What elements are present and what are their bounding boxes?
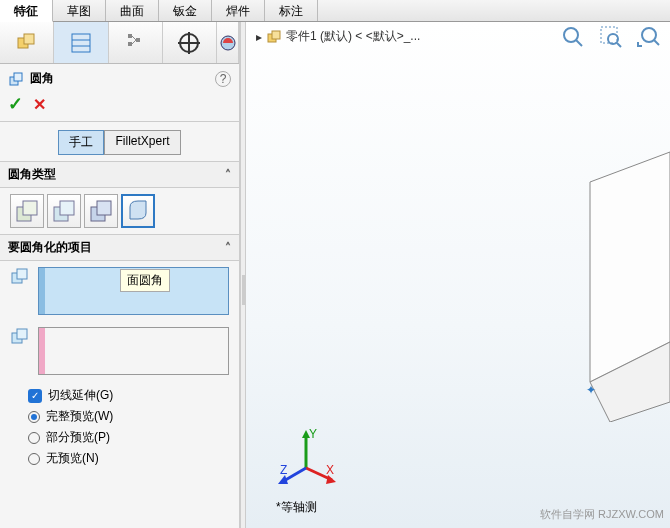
triad-icon: Y X Z bbox=[276, 428, 336, 488]
tab-feature[interactable]: 特征 bbox=[0, 0, 53, 22]
svg-point-33 bbox=[642, 28, 656, 42]
fillet-icon bbox=[8, 71, 24, 87]
svg-rect-23 bbox=[17, 269, 27, 279]
option-label: 完整预览(W) bbox=[46, 408, 113, 425]
help-icon[interactable]: ? bbox=[215, 71, 231, 87]
svg-text:Z: Z bbox=[280, 463, 287, 477]
svg-text:X: X bbox=[326, 463, 334, 477]
section-label: 要圆角化的项目 bbox=[8, 239, 92, 256]
separator bbox=[0, 121, 239, 122]
tab-surface[interactable]: 曲面 bbox=[106, 0, 159, 21]
property-panel: 圆角 ? ✓ ✕ 手工 FilletXpert 圆角类型 ˄ 面圆角 要圆角化的… bbox=[0, 22, 240, 528]
section-items[interactable]: 要圆角化的项目 ˄ bbox=[0, 234, 239, 261]
main-tabstrip: 特征 草图 曲面 钣金 焊件 标注 bbox=[0, 0, 670, 22]
face-set-icon bbox=[10, 267, 30, 287]
confirm-row: ✓ ✕ bbox=[0, 93, 239, 119]
fillet-type-variable[interactable] bbox=[47, 194, 81, 228]
section-label: 圆角类型 bbox=[8, 166, 56, 183]
feature-title-bar: 圆角 ? bbox=[0, 64, 239, 93]
prev-view-icon[interactable] bbox=[636, 24, 662, 50]
chevron-up-icon[interactable]: ˄ bbox=[225, 168, 231, 182]
preview-options: ✓ 切线延伸(G) 完整预览(W) 部分预览(P) 无预览(N) bbox=[0, 381, 239, 473]
mode-row: 手工 FilletXpert bbox=[0, 124, 239, 161]
svg-line-8 bbox=[132, 36, 136, 40]
checkbox-checked-icon[interactable]: ✓ bbox=[28, 389, 42, 403]
cancel-button[interactable]: ✕ bbox=[33, 95, 46, 114]
radio-icon[interactable] bbox=[28, 453, 40, 465]
feature-manager-icon[interactable] bbox=[0, 22, 54, 63]
view-label: *等轴测 bbox=[276, 499, 317, 516]
fillet-type-full-round[interactable] bbox=[121, 194, 155, 228]
option-label: 部分预览(P) bbox=[46, 429, 110, 446]
config-manager-icon[interactable] bbox=[109, 22, 163, 63]
filletxpert-mode-button[interactable]: FilletXpert bbox=[104, 130, 180, 155]
option-label: 无预览(N) bbox=[46, 450, 99, 467]
section-fillet-type[interactable]: 圆角类型 ˄ bbox=[0, 161, 239, 188]
face-set-2-list[interactable] bbox=[38, 327, 229, 375]
zoom-fit-icon[interactable] bbox=[560, 24, 586, 50]
tooltip: 面圆角 bbox=[120, 269, 170, 292]
feature-title: 圆角 bbox=[30, 70, 54, 87]
full-preview-option[interactable]: 完整预览(W) bbox=[28, 406, 211, 427]
tab-sketch[interactable]: 草图 bbox=[53, 0, 106, 21]
svg-rect-19 bbox=[60, 201, 74, 215]
svg-rect-7 bbox=[136, 38, 140, 42]
radio-selected-icon[interactable] bbox=[28, 411, 40, 423]
option-label: 切线延伸(G) bbox=[48, 387, 113, 404]
breadcrumb[interactable]: ▸ 零件1 (默认) < <默认>_... bbox=[256, 28, 420, 45]
svg-rect-27 bbox=[272, 31, 280, 39]
svg-rect-25 bbox=[17, 329, 27, 339]
svg-rect-2 bbox=[72, 34, 90, 52]
tab-annotate[interactable]: 标注 bbox=[265, 0, 318, 21]
face-set-icon bbox=[10, 327, 30, 347]
svg-line-34 bbox=[654, 40, 659, 45]
svg-rect-17 bbox=[23, 201, 37, 215]
expand-icon[interactable]: ▸ bbox=[256, 30, 262, 44]
fillet-type-row bbox=[0, 188, 239, 234]
tangent-option[interactable]: ✓ 切线延伸(G) bbox=[28, 385, 211, 406]
face-set-2-row bbox=[0, 321, 239, 381]
manual-mode-button[interactable]: 手工 bbox=[58, 130, 104, 155]
radio-icon[interactable] bbox=[28, 432, 40, 444]
svg-rect-21 bbox=[97, 201, 111, 215]
svg-line-9 bbox=[132, 40, 136, 44]
panel-overflow-icon[interactable] bbox=[217, 22, 239, 63]
partial-preview-option[interactable]: 部分预览(P) bbox=[28, 427, 211, 448]
dimxpert-icon[interactable] bbox=[163, 22, 217, 63]
watermark: 软件自学网 RJZXW.COM bbox=[540, 507, 664, 522]
chevron-up-icon[interactable]: ˄ bbox=[225, 241, 231, 255]
panel-mode-row bbox=[0, 22, 239, 64]
svg-rect-5 bbox=[128, 34, 132, 38]
viewport[interactable]: ▸ 零件1 (默认) < <默认>_... ✦ Y X Z *等轴测 软件自学网… bbox=[246, 22, 670, 528]
tab-sheetmetal[interactable]: 钣金 bbox=[159, 0, 212, 21]
no-preview-option[interactable]: 无预览(N) bbox=[28, 448, 211, 469]
svg-line-29 bbox=[576, 40, 582, 46]
fillet-type-face[interactable] bbox=[84, 194, 118, 228]
svg-rect-6 bbox=[128, 42, 132, 46]
svg-line-32 bbox=[617, 43, 621, 47]
part-icon bbox=[266, 29, 282, 45]
zoom-area-icon[interactable] bbox=[598, 24, 624, 50]
property-manager-icon[interactable] bbox=[54, 22, 108, 63]
model-cube: ✦ bbox=[550, 142, 670, 422]
tab-weldment[interactable]: 焊件 bbox=[212, 0, 265, 21]
svg-rect-15 bbox=[14, 73, 22, 81]
svg-point-28 bbox=[564, 28, 578, 42]
svg-text:Y: Y bbox=[309, 428, 317, 441]
fillet-type-constant[interactable] bbox=[10, 194, 44, 228]
view-tools bbox=[560, 24, 662, 50]
ok-button[interactable]: ✓ bbox=[8, 93, 23, 115]
svg-text:✦: ✦ bbox=[586, 383, 596, 397]
breadcrumb-text: 零件1 (默认) < <默认>_... bbox=[286, 28, 420, 45]
svg-rect-1 bbox=[24, 34, 34, 44]
